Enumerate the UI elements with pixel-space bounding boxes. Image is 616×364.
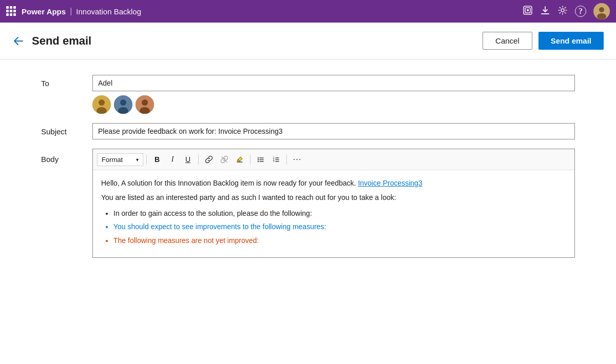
svg-text:3.: 3. (273, 159, 275, 163)
recipient-avatar-3[interactable] (136, 95, 154, 114)
svg-point-15 (142, 99, 148, 106)
help-icon[interactable]: ? (575, 6, 586, 17)
body-label: Body (41, 149, 92, 164)
subject-row: Subject (41, 123, 575, 139)
download-icon[interactable] (540, 5, 550, 18)
body-field-container: Format ▾ B I U (92, 149, 575, 258)
to-label: To (41, 75, 92, 88)
subject-label: Subject (41, 123, 92, 136)
underline-button[interactable]: U (181, 152, 195, 167)
topbar-actions: ? (523, 3, 610, 19)
recipient-avatar-1[interactable] (92, 95, 111, 114)
unlink-button[interactable] (217, 152, 232, 167)
page-header: Send email Cancel Send email (0, 23, 616, 59)
more-options-button[interactable]: ··· (290, 152, 304, 167)
broadcast-icon[interactable] (523, 5, 533, 18)
bullet-item-1: In order to gain access to the solution,… (113, 208, 566, 219)
subject-field-container (92, 123, 575, 139)
editor-toolbar: Format ▾ B I U (93, 149, 574, 170)
unordered-list-button[interactable] (254, 152, 268, 167)
svg-point-6 (599, 7, 604, 12)
ordered-list-button[interactable]: 1. 2. 3. (269, 152, 283, 167)
send-email-button[interactable]: Send email (538, 32, 604, 50)
recipient-avatars (92, 95, 575, 114)
link-button[interactable] (202, 152, 216, 167)
to-field-container (92, 75, 575, 114)
toolbar-sep-2 (198, 154, 199, 165)
bullet-item-2: You should expect to see improvements to… (113, 221, 566, 232)
apps-grid-icon[interactable] (6, 6, 16, 16)
bold-button[interactable]: B (150, 152, 164, 167)
invoice-link[interactable]: Invoice Processing3 (358, 179, 422, 187)
format-label: Format (102, 156, 123, 164)
svg-line-17 (222, 157, 227, 162)
topbar: Power Apps | Innovation Backlog ? (0, 0, 616, 23)
svg-point-9 (99, 99, 105, 106)
cancel-button[interactable]: Cancel (483, 32, 532, 50)
toolbar-sep-1 (146, 154, 147, 165)
brand-name: Power Apps (22, 7, 66, 16)
recipient-avatar-2[interactable] (114, 95, 132, 114)
toolbar-sep-4 (286, 154, 287, 165)
bullet-item-3: The following measures are not yet impro… (113, 235, 566, 246)
subject-input[interactable] (92, 123, 575, 139)
topbar-separator: | (70, 7, 72, 16)
toolbar-sep-3 (250, 154, 251, 165)
format-chevron-icon: ▾ (136, 157, 139, 163)
page-title: Send email (32, 34, 483, 48)
highlight-button[interactable] (233, 152, 247, 167)
main-content: Send email Cancel Send email To (0, 23, 616, 364)
body-bullets: In order to gain access to the solution,… (113, 208, 566, 246)
svg-point-20 (258, 161, 259, 162)
body-editor: Format ▾ B I U (92, 149, 575, 258)
app-name: Innovation Backlog (76, 7, 141, 16)
body-line1: Hello, A solution for this Innovation Ba… (101, 177, 566, 189)
settings-icon[interactable] (557, 5, 568, 18)
header-actions: Cancel Send email (483, 32, 604, 50)
editor-content[interactable]: Hello, A solution for this Innovation Ba… (93, 170, 574, 257)
format-dropdown[interactable]: Format ▾ (97, 153, 143, 166)
body-row: Body Format ▾ B I U (41, 149, 575, 258)
svg-point-19 (258, 159, 259, 160)
svg-point-18 (258, 157, 259, 158)
italic-button[interactable]: I (165, 152, 180, 167)
svg-point-12 (120, 99, 126, 106)
svg-point-4 (561, 9, 564, 12)
svg-point-7 (597, 13, 606, 19)
body-line2: You are listed as an interested party an… (101, 192, 566, 203)
form-area: To (0, 59, 616, 282)
user-avatar[interactable] (593, 3, 610, 19)
back-button[interactable] (12, 35, 25, 47)
svg-rect-0 (527, 9, 529, 11)
to-input[interactable] (92, 75, 575, 91)
to-row: To (41, 75, 575, 114)
